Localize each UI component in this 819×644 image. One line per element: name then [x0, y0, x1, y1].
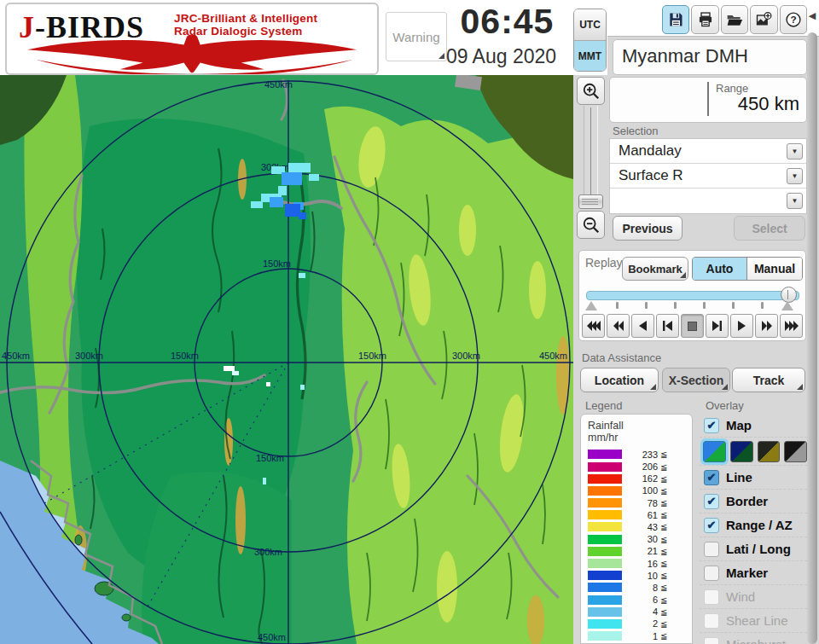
replay-label: Replay	[585, 256, 623, 270]
jbirds-logo: J-BIRDS JRC-Brilliant & Intelligent Rada…	[5, 3, 379, 75]
checkbox-border[interactable]: ✔	[704, 494, 719, 509]
clock-date: 09 Aug 2020	[431, 42, 572, 71]
data-assistance-label: Data Assistance	[582, 351, 661, 364]
radar-map-canvas: 450km 300km 150km 150km 300km 450km 450k…	[0, 75, 573, 644]
save-icon	[667, 11, 684, 28]
replay-range-start-marker[interactable]	[585, 301, 597, 310]
replay-slider-track[interactable]	[586, 291, 799, 300]
utc-button[interactable]: UTC	[574, 9, 606, 41]
legend-swatch	[588, 486, 622, 496]
chevron-down-icon[interactable]: ▼	[787, 168, 803, 184]
forward-fast-icon	[785, 321, 799, 331]
svg-text:150km: 150km	[358, 351, 386, 361]
rewind-fast-button[interactable]	[582, 314, 605, 338]
export-add-icon	[755, 11, 772, 28]
select-button[interactable]: Select	[734, 216, 805, 241]
range-box: Range 450 km	[609, 77, 807, 123]
checkbox-wind	[704, 589, 719, 605]
chevron-down-icon[interactable]: ▼	[787, 193, 803, 209]
legend-swatch	[588, 595, 622, 605]
panel-scrollbar[interactable]	[807, 32, 817, 644]
auto-button[interactable]: Auto	[693, 258, 747, 280]
zoom-out-button[interactable]	[577, 211, 605, 239]
legend-swatch	[588, 571, 622, 580]
manual-button[interactable]: Manual	[747, 258, 802, 280]
map-style-option-3[interactable]	[758, 441, 781, 462]
legend-row: 206≦	[588, 461, 692, 473]
track-button[interactable]: Track	[732, 368, 805, 392]
skip-forward-button[interactable]	[706, 314, 729, 338]
overlay-item-shear-line: Shear Line	[700, 608, 807, 632]
slider-tick	[616, 302, 619, 309]
play-button[interactable]	[730, 314, 753, 338]
mmt-button[interactable]: MMT	[574, 41, 606, 72]
overlay-item-range-az[interactable]: ✔ Range / AZ	[700, 513, 807, 537]
rewind-button[interactable]	[607, 314, 630, 338]
legend-swatch	[588, 510, 622, 519]
skip-forward-icon	[712, 321, 722, 331]
timezone-switch: UTC MMT	[573, 9, 607, 72]
overlay-item-line[interactable]: ✔ Line	[700, 465, 807, 489]
overlay-item-map[interactable]: ✔ Map	[700, 414, 807, 437]
replay-panel: Replay Bookmark Auto Manual	[578, 250, 806, 341]
legend-row: 1≦	[588, 630, 692, 642]
overlay-item-marker[interactable]: Marker	[700, 560, 807, 584]
checkbox-lati-long[interactable]	[704, 542, 719, 557]
selection-row-product[interactable]: Surface R ▼	[610, 164, 806, 189]
skip-back-button[interactable]	[656, 314, 679, 338]
selection-row-site[interactable]: Mandalay ▼	[610, 139, 806, 164]
panel-collapse-arrow-icon[interactable]: ◀	[807, 9, 817, 22]
legend-title-line1: Rainfall	[588, 420, 692, 432]
overlay-item-microburst: Microburst	[700, 632, 807, 644]
print-button[interactable]	[691, 5, 718, 34]
station-title: Myanmar DMH	[613, 40, 806, 73]
chevron-down-icon[interactable]: ▼	[787, 143, 803, 160]
selection-list: Mandalay ▼ Surface R ▼ ▼	[609, 138, 807, 214]
radar-map[interactable]: 450km 300km 150km 150km 300km 450km 450k…	[0, 75, 573, 644]
checkbox-map[interactable]: ✔	[704, 418, 719, 433]
selection-product-value: Surface R	[610, 164, 806, 188]
overlay-item-border[interactable]: ✔ Border	[700, 489, 807, 513]
help-button[interactable]: ?	[780, 5, 807, 34]
stop-button[interactable]	[681, 314, 704, 338]
replay-range-end-marker[interactable]	[781, 301, 793, 310]
forward-button[interactable]	[755, 314, 778, 338]
map-style-option-2[interactable]	[730, 441, 753, 462]
export-add-button[interactable]	[750, 5, 777, 34]
map-style-option-4[interactable]	[784, 441, 807, 462]
zoom-in-button[interactable]	[577, 77, 605, 105]
legend-swatch	[588, 462, 622, 472]
zoom-slider-thumb[interactable]	[578, 194, 603, 209]
legend-swatch	[588, 522, 622, 531]
legend-swatch	[588, 559, 622, 568]
zoom-out-icon	[582, 216, 601, 235]
stop-icon	[688, 322, 697, 331]
slider-tick	[674, 302, 677, 309]
forward-fast-button[interactable]	[780, 314, 803, 338]
eagle-icon	[15, 33, 374, 74]
previous-button[interactable]: Previous	[613, 216, 682, 241]
legend-swatch	[588, 498, 622, 508]
selection-row-extra[interactable]: ▼	[610, 189, 806, 212]
overlay-panel: ✔ Map ✔ Line ✔ Border ✔ Range / AZ Lati …	[700, 414, 807, 644]
checkbox-line[interactable]: ✔	[704, 470, 719, 485]
skip-back-icon	[663, 321, 672, 331]
location-button[interactable]: Location	[580, 368, 659, 392]
selection-label: Selection	[613, 125, 658, 137]
bookmark-button[interactable]: Bookmark	[622, 257, 688, 281]
open-folder-button[interactable]	[721, 5, 748, 34]
svg-text:?: ?	[790, 14, 796, 25]
svg-text:450km: 450km	[258, 632, 286, 642]
legend-swatch	[588, 450, 622, 459]
save-button[interactable]	[662, 5, 689, 34]
clock-time: 06:45	[445, 0, 569, 43]
xsection-button[interactable]: X-Section	[662, 368, 730, 392]
zoom-slider-track[interactable]	[584, 106, 598, 208]
overlay-item-lati-long[interactable]: Lati / Long	[700, 537, 807, 560]
map-style-option-1[interactable]	[703, 441, 726, 462]
checkbox-range-az[interactable]: ✔	[704, 518, 719, 533]
legend-row: 162≦	[588, 473, 692, 484]
svg-text:150km: 150km	[256, 453, 284, 463]
checkbox-marker[interactable]	[704, 566, 719, 581]
play-back-button[interactable]	[631, 314, 654, 338]
